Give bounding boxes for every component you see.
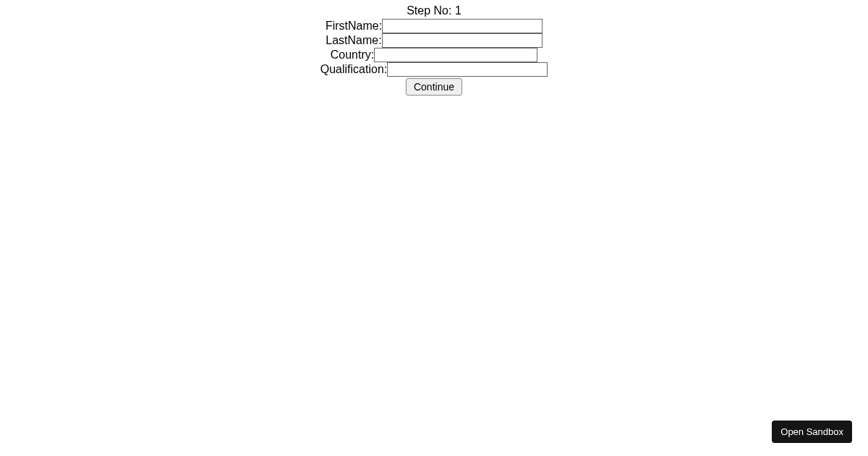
step-title: Step No: 1 (407, 4, 461, 17)
country-input[interactable] (374, 48, 537, 62)
lastname-input[interactable] (382, 33, 542, 48)
form-row-country: Country: (331, 48, 537, 62)
country-label: Country: (331, 49, 374, 61)
qualification-label: Qualification: (320, 64, 388, 75)
step-number: 1 (455, 4, 461, 17)
firstname-input[interactable] (382, 19, 542, 33)
firstname-label: FirstName: (326, 20, 382, 32)
open-sandbox-button[interactable]: Open Sandbox (772, 421, 852, 443)
continue-button[interactable]: Continue (406, 78, 462, 96)
form-row-lastname: LastName: (326, 33, 542, 48)
step-label-prefix: Step No: (407, 4, 455, 17)
form-row-qualification: Qualification: (320, 62, 548, 77)
qualification-input[interactable] (387, 62, 548, 77)
form-row-firstname: FirstName: (326, 19, 542, 33)
form-container: Step No: 1 FirstName: LastName: Country:… (0, 0, 868, 96)
lastname-label: LastName: (326, 35, 381, 46)
